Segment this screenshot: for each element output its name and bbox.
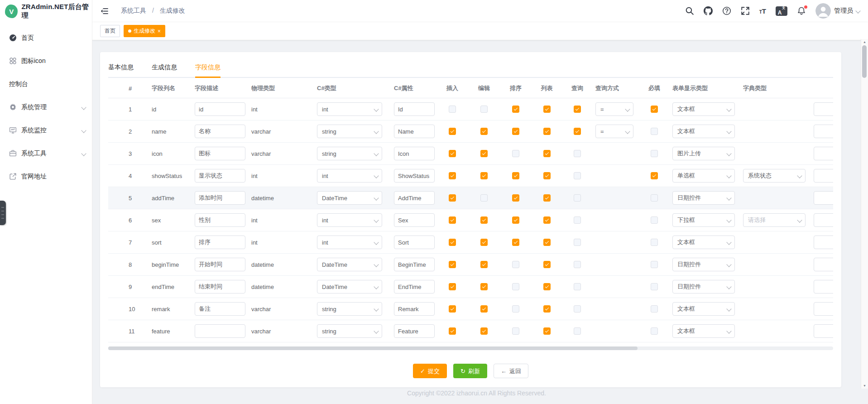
insert-checkbox[interactable] (449, 172, 456, 179)
desc-input[interactable] (195, 236, 245, 249)
list-checkbox[interactable] (543, 239, 551, 246)
user-menu[interactable]: 管理员 (815, 3, 860, 19)
fullscreen-icon[interactable] (741, 6, 750, 15)
query-checkbox[interactable] (574, 194, 581, 202)
cs_prop-input[interactable] (394, 102, 435, 116)
sort-checkbox[interactable] (512, 261, 519, 268)
desc-input[interactable] (195, 213, 245, 227)
vertical-scrollbar-thumb[interactable] (862, 45, 867, 78)
cs_prop-input[interactable] (394, 213, 435, 227)
github-icon[interactable] (704, 6, 713, 15)
cs_type-select[interactable]: DateTime (317, 280, 382, 293)
sidebar-item-3[interactable]: 控制台 (0, 72, 92, 96)
extra-input[interactable] (814, 213, 833, 227)
display_type-select[interactable]: 文本框 (672, 324, 735, 338)
edit-checkbox[interactable] (480, 305, 488, 313)
extra-input[interactable] (814, 236, 833, 249)
display_type-select[interactable]: 日期控件 (672, 191, 735, 205)
extra-input[interactable] (814, 324, 833, 338)
cs_prop-input[interactable] (394, 169, 435, 183)
edit-checkbox[interactable] (480, 216, 488, 224)
cs_type-select[interactable]: string (317, 324, 382, 338)
required-checkbox[interactable] (651, 327, 658, 335)
insert-checkbox[interactable] (449, 327, 456, 335)
cs_type-select[interactable]: string (317, 125, 382, 138)
required-checkbox[interactable] (651, 172, 658, 179)
edit-checkbox[interactable] (480, 327, 488, 335)
sort-checkbox[interactable] (512, 150, 519, 157)
cs_type-select[interactable]: int (317, 213, 382, 227)
breadcrumb-item[interactable]: 系统工具 (121, 7, 146, 14)
view-tag-2[interactable]: 生成修改× (124, 25, 165, 37)
dict_type-select[interactable]: 请选择 (743, 213, 806, 227)
edit-checkbox[interactable] (480, 239, 488, 246)
query-checkbox[interactable] (574, 283, 581, 290)
cs_type-select[interactable]: string (317, 302, 382, 316)
display_type-select[interactable]: 单选框 (672, 169, 735, 183)
extra-input[interactable] (814, 191, 833, 205)
close-icon[interactable]: × (158, 29, 161, 34)
tab-2[interactable]: 生成信息 (152, 58, 177, 77)
back-button[interactable]: ← 返回 (494, 364, 528, 378)
edit-checkbox[interactable] (480, 172, 488, 179)
list-checkbox[interactable] (543, 150, 551, 157)
cs_type-select[interactable]: string (317, 147, 382, 160)
sort-checkbox[interactable] (512, 327, 519, 335)
extra-input[interactable] (814, 125, 833, 138)
query-checkbox[interactable] (574, 216, 581, 224)
required-checkbox[interactable] (651, 106, 658, 113)
sort-checkbox[interactable] (512, 239, 519, 246)
list-checkbox[interactable] (543, 106, 551, 113)
required-checkbox[interactable] (651, 194, 658, 202)
insert-checkbox[interactable] (449, 106, 456, 113)
display_type-select[interactable]: 图片上传 (672, 147, 735, 160)
horizontal-scrollbar[interactable] (108, 346, 833, 350)
tab-3[interactable]: 字段信息 (195, 58, 221, 77)
query_type-select[interactable]: = (595, 125, 633, 138)
tab-1[interactable]: 基本信息 (108, 58, 134, 77)
sort-checkbox[interactable] (512, 172, 519, 179)
edit-checkbox[interactable] (480, 194, 488, 202)
cs_prop-input[interactable] (394, 191, 435, 205)
vertical-scrollbar[interactable]: ▲ ▼ (861, 39, 868, 389)
list-checkbox[interactable] (543, 283, 551, 290)
list-checkbox[interactable] (543, 172, 551, 179)
cs_prop-input[interactable] (394, 236, 435, 249)
sidebar-item-2[interactable]: 图标icon (0, 49, 92, 72)
desc-input[interactable] (195, 125, 245, 138)
extra-input[interactable] (814, 147, 833, 160)
edit-checkbox[interactable] (480, 106, 488, 113)
display_type-select[interactable]: 下拉框 (672, 213, 735, 227)
required-checkbox[interactable] (651, 283, 658, 290)
submit-button[interactable]: ✓ 提交 (413, 364, 447, 378)
extra-input[interactable] (814, 258, 833, 271)
list-checkbox[interactable] (543, 216, 551, 224)
edit-checkbox[interactable] (480, 261, 488, 268)
sidebar-item-4[interactable]: 系统管理 (0, 96, 92, 119)
list-checkbox[interactable] (543, 194, 551, 202)
extra-input[interactable] (814, 280, 833, 293)
required-checkbox[interactable] (651, 128, 658, 135)
sort-checkbox[interactable] (512, 283, 519, 290)
cs_prop-input[interactable] (394, 147, 435, 160)
desc-input[interactable] (195, 169, 245, 183)
font-size-icon[interactable]: TT (759, 8, 766, 14)
extra-input[interactable] (814, 302, 833, 316)
insert-checkbox[interactable] (449, 283, 456, 290)
query-checkbox[interactable] (574, 327, 581, 335)
refresh-button[interactable]: ↻ 刷新 (453, 364, 487, 378)
sort-checkbox[interactable] (512, 305, 519, 313)
cs_prop-input[interactable] (394, 324, 435, 338)
insert-checkbox[interactable] (449, 194, 456, 202)
required-checkbox[interactable] (651, 216, 658, 224)
bell-icon[interactable] (797, 6, 806, 15)
insert-checkbox[interactable] (449, 305, 456, 313)
display_type-select[interactable]: 文本框 (672, 102, 735, 116)
help-icon[interactable] (722, 6, 731, 15)
insert-checkbox[interactable] (449, 216, 456, 224)
query-checkbox[interactable] (574, 305, 581, 313)
edit-checkbox[interactable] (480, 128, 488, 135)
required-checkbox[interactable] (651, 305, 658, 313)
query-checkbox[interactable] (574, 150, 581, 157)
required-checkbox[interactable] (651, 239, 658, 246)
